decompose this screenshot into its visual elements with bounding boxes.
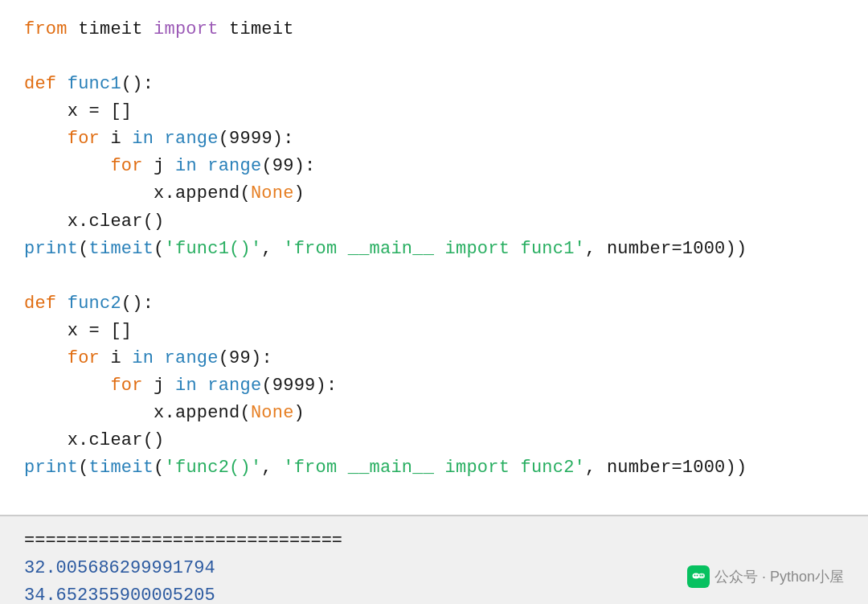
blank-line-1 — [24, 43, 844, 71]
builtin-range-4: range — [207, 376, 261, 396]
code-line-5: for j in range(99): — [24, 153, 844, 180]
builtin-range-3: range — [165, 348, 219, 368]
builtin-range-2: range — [207, 156, 261, 176]
code-line-9: def func2(): — [24, 290, 844, 318]
keyword-def-2: def — [24, 294, 56, 314]
code-line-15: print(timeit('func2()', 'from __main__ i… — [24, 454, 844, 482]
keyword-import: import — [154, 19, 219, 39]
code-line-13: x.append(None) — [24, 400, 844, 427]
keyword-for-2: for — [110, 156, 142, 176]
string-3: 'func2()' — [165, 458, 262, 478]
output-value-1: 32.005686299991794 — [24, 555, 342, 582]
wechat-icon — [687, 565, 710, 588]
keyword-for-4: for — [110, 376, 142, 396]
svg-point-6 — [702, 575, 703, 577]
svg-point-2 — [698, 573, 705, 578]
output-value-2: 34.652355900005205 — [24, 582, 342, 604]
keyword-def: def — [24, 74, 56, 94]
code-line-12: for j in range(9999): — [24, 372, 844, 400]
code-line-4: for i in range(9999): — [24, 125, 844, 153]
watermark: 公众号 · Python小屋 — [687, 565, 844, 593]
watermark-text: 公众号 · Python小屋 — [714, 567, 844, 586]
keyword-for-3: for — [68, 348, 100, 368]
keyword-in-4: in — [175, 376, 197, 396]
blank-line-2 — [24, 263, 844, 290]
string-4: 'from __main__ import func2' — [283, 458, 585, 478]
func-name-1: func1 — [68, 74, 121, 94]
code-line-14: x.clear() — [24, 427, 844, 454]
keyword-in-2: in — [175, 156, 197, 176]
string-1: 'func1()' — [165, 239, 262, 259]
code-line-6: x.append(None) — [24, 180, 844, 207]
code-line-8: print(timeit('func1()', 'from __main__ i… — [24, 236, 844, 263]
keyword-in-1: in — [132, 129, 154, 149]
code-area: from timeit import timeit def func1(): x… — [0, 0, 868, 515]
code-line-10: x = [] — [24, 318, 844, 345]
output-area: ============================== 32.005686… — [0, 515, 868, 604]
svg-point-5 — [699, 575, 701, 577]
keyword-none-1: None — [251, 183, 294, 203]
code-line-3: x = [] — [24, 98, 844, 125]
string-2: 'from __main__ import func1' — [283, 239, 585, 259]
keyword-none-2: None — [251, 403, 294, 423]
code-line-2: def func1(): — [24, 71, 844, 98]
keyword-in-3: in — [132, 348, 154, 368]
code-line-1: from timeit import timeit — [24, 16, 844, 43]
svg-point-3 — [694, 575, 695, 577]
output-left: ============================== 32.005686… — [24, 528, 342, 604]
builtin-print-1: print — [24, 239, 78, 259]
keyword-from: from — [24, 19, 68, 39]
keyword-for-1: for — [68, 129, 100, 149]
builtin-timeit-1: timeit — [89, 239, 154, 259]
svg-point-4 — [696, 575, 698, 577]
builtin-timeit-2: timeit — [89, 458, 154, 478]
code-line-7: x.clear() — [24, 208, 844, 236]
builtin-print-2: print — [24, 458, 78, 478]
code-line-11: for i in range(99): — [24, 345, 844, 372]
output-separator: ============================== — [24, 528, 342, 555]
func-name-2: func2 — [68, 294, 121, 314]
builtin-range-1: range — [165, 129, 219, 149]
